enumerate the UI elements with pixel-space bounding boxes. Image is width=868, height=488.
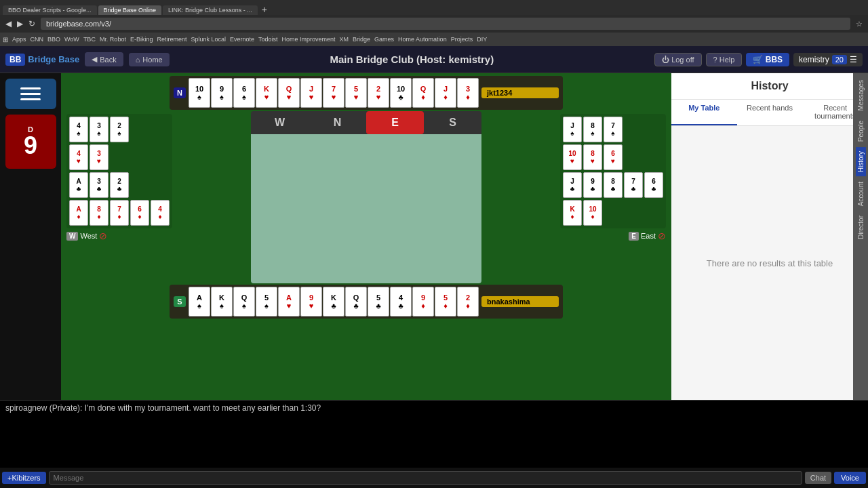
wcard-s2: 3♠ [90,117,108,142]
back-button[interactable]: ◀ Back [85,52,123,66]
menu-button[interactable] [5,79,56,109]
bbs-button[interactable]: 🛒 BBS [746,53,789,66]
ecard-h1: 10♥ [563,144,582,170]
browser-tab-3[interactable]: LINK: Bridge Club Lessons - ... [163,5,258,15]
logo-text: Bridge Base [28,54,79,64]
tab-recent-hands[interactable]: Recent hands [737,100,803,125]
chat-message-1: spiroagnew (Private): I'm done with my t… [5,403,321,413]
east-cards: J♠ 8♠ 7♠ 10♥ 8♥ 6♥ J♣ 9♣ [560,114,666,228]
card-n1: 10♠ [189,78,210,108]
bookmark-home-improvement[interactable]: Home Improvement [282,36,336,43]
home-button[interactable]: ⌂ Home [129,53,170,66]
back-arrow-icon: ◀ [92,55,97,64]
bookmark-tbc[interactable]: TBC [83,36,96,43]
bookmark-cnn[interactable]: CNN [31,36,44,43]
bookmark-diy[interactable]: DIY [477,36,487,43]
compass-north[interactable]: N [309,111,366,134]
voice-button[interactable]: Voice [834,472,866,484]
card-n5: Q♥ [278,78,300,108]
wcard-d3: 7♦ [110,200,129,226]
west-hand-area: 4♠ 3♠ 2♠ 4♥ 3♥ A♣ 3♣ 2♣ [64,111,175,244]
forward-nav-icon[interactable]: ▶ [17,19,23,28]
bookmark-home-auto[interactable]: Home Automation [398,36,447,43]
card-s13: 2♦ [457,287,479,317]
card-n11: Q♦ [412,78,434,108]
browser-tab-2[interactable]: Bridge Base Online [98,5,162,15]
left-sidebar: D 9 [0,73,61,400]
west-player-name: West [80,232,97,240]
director-strip-icon[interactable]: Director [856,211,866,243]
address-input[interactable] [41,18,850,30]
people-strip-icon[interactable]: People [856,117,866,146]
logo-icon: BB [5,54,25,66]
card-n10: 10♣ [390,78,412,108]
east-diamonds: K♦ 10♦ [563,200,663,226]
logoff-button[interactable]: ⏻ Log off [654,53,702,66]
kibitzers-button[interactable]: +Kibitzers [2,472,46,484]
user-badge: kemistry 20 ☰ [793,53,863,66]
apps-icon: ⊞ [3,36,8,43]
ecard-s2: 8♠ [583,117,602,142]
chat-button[interactable]: Chat [805,472,831,484]
browser-tab-1[interactable]: BBO Dealer Scripts - Google... [3,5,97,15]
bookmark-bbo[interactable]: BBO [47,36,60,43]
bookmark-mrrobot[interactable]: Mr. Robot [100,36,126,43]
east-clubs: J♣ 9♣ 8♣ 7♣ 6♣ [563,172,663,198]
bookmark-projects[interactable]: Projects [451,36,473,43]
new-tab-button[interactable]: + [262,4,267,15]
menu-line-1 [20,87,41,89]
bookmark-games[interactable]: Games [374,36,394,43]
browser-tabs: BBO Dealer Scripts - Google... Bridge Ba… [3,0,865,15]
tab-my-table[interactable]: My Table [671,100,737,125]
bookmark-xm[interactable]: XM [340,36,349,43]
north-hand-area: N 10♠ 9♠ 6♠ K♥ Q♥ J♥ 7♥ 5♥ 2♥ 10♣ Q♦ J♦ [170,76,563,110]
messages-strip-icon[interactable]: Messages [856,76,866,115]
bookmark-wow[interactable]: WoW [64,36,79,43]
account-strip-icon[interactable]: Account [856,178,866,210]
bookmark-ebiking[interactable]: E-Biking [130,36,153,43]
card-s10: 4♣ [390,287,412,317]
power-icon: ⏻ [662,56,669,64]
wcard-s3: 2♠ [110,117,129,142]
card-s5: A♥ [278,287,300,317]
bookmark-retirement[interactable]: Retirement [157,36,186,43]
ecard-c1: J♣ [563,172,582,198]
card-n4: K♥ [256,78,277,108]
card-s9: 5♣ [368,287,389,317]
history-panel: History My Table Recent hands Recent tou… [671,73,868,400]
compass-east[interactable]: E [366,111,424,134]
ecard-c3: 8♣ [604,172,623,198]
menu-line-2 [20,93,41,95]
ecard-c2: 9♣ [583,172,602,198]
bookmark-star-icon[interactable]: ☆ [856,20,863,28]
back-nav-icon[interactable]: ◀ [5,19,12,28]
message-input[interactable] [49,471,802,485]
west-player-bar: W West ⊘ [66,230,107,241]
bookmark-splunk[interactable]: Splunk Local [191,36,226,43]
compass-west[interactable]: W [251,111,309,134]
east-spades: J♠ 8♠ 7♠ [563,117,663,142]
help-icon: ? [713,56,717,64]
help-button[interactable]: ? Help [706,53,743,66]
bookmark-evernote[interactable]: Evernote [230,36,254,43]
north-cards: 10♠ 9♠ 6♠ K♥ Q♥ J♥ 7♥ 5♥ 2♥ 10♣ Q♦ J♦ 3♦ [189,78,479,108]
wcard-d1: A♦ [69,200,88,226]
west-diamonds: A♦ 8♦ 7♦ 6♦ 4♦ [69,200,170,226]
menu-line-3 [20,98,41,100]
wcard-c1: A♣ [69,172,88,198]
card-n9: 2♥ [368,78,389,108]
history-strip-icon[interactable]: History [856,147,866,176]
reload-icon[interactable]: ↻ [28,19,35,28]
card-n3: 6♠ [233,78,255,108]
dealer-box: D 9 [5,115,56,169]
card-s8: Q♣ [345,287,367,317]
bookmark-apps[interactable]: Apps [12,36,26,43]
bookmark-todoist[interactable]: Todoist [258,36,278,43]
bookmark-bridge[interactable]: Bridge [353,36,370,43]
east-nope-icon: ⊘ [658,230,666,241]
west-cards: 4♠ 3♠ 2♠ 4♥ 3♥ A♣ 3♣ 2♣ [66,114,172,228]
ecard-s1: J♠ [563,117,582,142]
card-n13: 3♦ [457,78,479,108]
menu-icon-header: ☰ [850,55,857,64]
compass-south[interactable]: S [424,111,481,134]
